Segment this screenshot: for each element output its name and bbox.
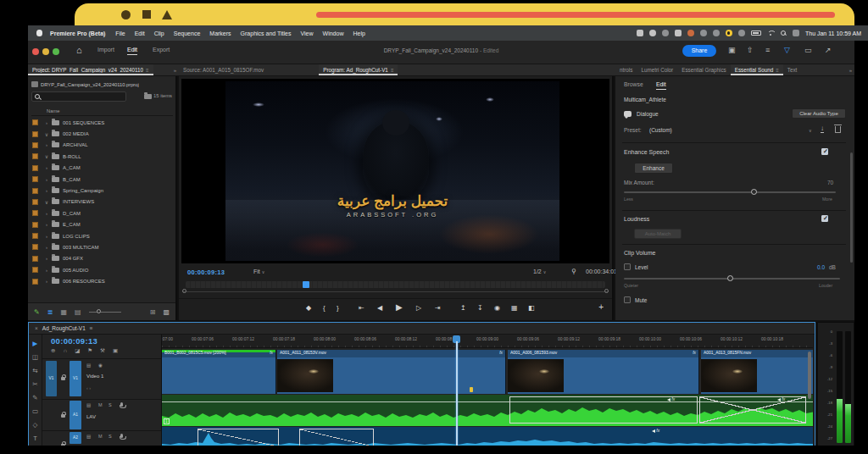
hand-tool[interactable]: ◇	[33, 421, 38, 429]
sound-tab-edit[interactable]: Edit	[656, 81, 666, 90]
sound-tab-browse[interactable]: Browse	[624, 81, 643, 87]
panel-menu-icon[interactable]: ≡	[776, 68, 779, 73]
status-clock-icon[interactable]	[700, 30, 707, 36]
menu-sequence[interactable]: Sequence	[174, 30, 201, 36]
tab-lumetri-color[interactable]: Lumetri Color	[637, 64, 677, 75]
bin-row-b-cam[interactable]: ›B_CAM	[28, 174, 173, 185]
workspace-icon[interactable]: ▣	[728, 46, 736, 54]
panel-menu-icon[interactable]: ≡	[391, 68, 394, 73]
button-editor-add[interactable]: +	[598, 302, 604, 312]
mute-track-icon[interactable]: M	[98, 402, 103, 407]
mark-out-button[interactable]: }	[337, 304, 339, 312]
slider-handle[interactable]	[751, 189, 757, 195]
audio-fade-box[interactable]	[198, 429, 279, 446]
playback-resolution-dropdown[interactable]: 1/2 ∨	[533, 269, 546, 274]
audio-fade-box[interactable]	[699, 396, 806, 424]
pen-tool[interactable]: ✎	[32, 394, 37, 401]
program-monitor-screen[interactable]: تحميل برامج عربية ARABSSOFT .ORG	[181, 79, 609, 263]
status-app-icon[interactable]	[713, 30, 720, 36]
slider-handle[interactable]	[727, 275, 733, 281]
menu-graphics-titles[interactable]: Graphics and Titles	[241, 30, 292, 36]
twirl-icon[interactable]: ›	[42, 222, 52, 227]
new-bin-icon[interactable]: ⊞	[150, 308, 156, 316]
share-button[interactable]: Share	[682, 45, 716, 57]
solo-track-icon[interactable]: S	[108, 434, 112, 439]
tab-effect-controls[interactable]: ntrols	[615, 64, 637, 75]
save-preset-icon[interactable]: ↓	[821, 125, 824, 133]
twirl-icon[interactable]: ∨	[42, 131, 52, 137]
twirl-icon[interactable]: ›	[42, 165, 52, 170]
extract-button[interactable]: ↧	[477, 304, 483, 312]
new-item-icon[interactable]: ▩	[163, 308, 170, 316]
panel-menu-icon[interactable]: ≡	[90, 325, 93, 331]
project-file-row[interactable]: DRYP_Fall_Campaign_v24_20240110.prproj	[31, 80, 173, 89]
status-app-icon[interactable]	[649, 30, 656, 36]
mix-amount-slider[interactable]	[624, 191, 836, 193]
video-clip-b001[interactable]: B001_B002_0815C5.mov [200%] fx	[162, 350, 276, 394]
freeform-view-icon[interactable]: ▤	[75, 308, 81, 316]
type-tool[interactable]: T	[33, 435, 37, 442]
mix-amount-value[interactable]: 70	[827, 180, 833, 185]
video-clip-a013[interactable]: A001_A013_0815FN.mov	[701, 350, 813, 394]
timeline-vertical-scrollbar[interactable]	[808, 352, 811, 399]
preset-value[interactable]: (Custom)	[649, 127, 672, 133]
mute-track-icon[interactable]: M	[98, 434, 103, 439]
battery-icon[interactable]	[751, 30, 761, 36]
sync-lock-icon[interactable]: ▤	[86, 434, 91, 439]
keyframe-nav-arrows[interactable]: ‹ ›	[86, 385, 91, 390]
menubar-app-name[interactable]: Premiere Pro (Beta)	[50, 30, 105, 36]
twirl-icon[interactable]: ›	[42, 256, 52, 261]
menu-clip[interactable]: Clip	[154, 30, 164, 36]
bin-row-002-media[interactable]: ∨002 MEDIA	[28, 128, 173, 139]
twirl-icon[interactable]: ›	[42, 120, 52, 125]
panel-scrollbar[interactable]	[850, 152, 853, 263]
video-clip-a006[interactable]: A001_A006_081593.mov fx	[508, 350, 699, 394]
voiceover-mic-icon[interactable]	[120, 402, 123, 407]
menu-edit[interactable]: Edit	[135, 30, 145, 36]
ripple-edit-tool[interactable]: ⇆	[32, 367, 37, 374]
sequence-settings-icon[interactable]: ⊕	[51, 347, 55, 354]
twirl-icon[interactable]: ∨	[42, 153, 52, 159]
bin-row-spring-campaign[interactable]: ›Spring_Campaign	[28, 185, 173, 196]
twirl-icon[interactable]: ›	[42, 268, 52, 273]
scrubber-end-handle[interactable]	[604, 289, 609, 293]
list-view-icon[interactable]: ≣	[47, 308, 53, 316]
sequence-tab[interactable]: Ad_RoughCut-V1	[42, 325, 86, 331]
twirl-icon[interactable]: ›	[42, 279, 52, 284]
audio-track-a2[interactable]: fx	[162, 427, 813, 446]
bin-row-b-roll[interactable]: ∨B-ROLL	[28, 151, 173, 162]
wifi-icon[interactable]	[767, 30, 775, 36]
comparison-view-button[interactable]: ▦	[511, 304, 518, 312]
menu-markers[interactable]: Markers	[209, 30, 231, 36]
quick-export-icon[interactable]: ⇧	[747, 46, 754, 54]
audio-fade-box[interactable]	[299, 429, 374, 446]
bin-row-004-gfx[interactable]: ›004 GFX	[28, 253, 173, 264]
twirl-icon[interactable]: ∨	[42, 199, 52, 205]
menubar-clock[interactable]: Thu Jan 11 10:59 AM	[805, 30, 861, 36]
mute-checkbox[interactable]	[624, 296, 631, 303]
delete-preset-icon[interactable]	[835, 126, 841, 133]
status-app-icon[interactable]	[662, 30, 669, 36]
lift-button[interactable]: ↥	[460, 304, 466, 312]
project-search-input[interactable]	[31, 91, 126, 102]
level-slider[interactable]	[624, 278, 840, 280]
track-target-a2[interactable]: A2	[70, 432, 81, 444]
source-patch-v1[interactable]: V1	[46, 361, 57, 396]
bin-row-e-cam[interactable]: ›E_CAM	[28, 219, 173, 230]
go-to-out-button[interactable]: ⇥	[435, 304, 441, 312]
icon-view-icon[interactable]: ▦	[60, 308, 67, 316]
tab-essential-sound[interactable]: Essential Sound≡	[731, 64, 783, 75]
mark-in-button[interactable]: {	[323, 304, 326, 312]
tab-essential-graphics[interactable]: Essential Graphics	[677, 64, 731, 75]
column-header-name[interactable]: Name	[31, 107, 173, 116]
monitor-playhead[interactable]	[303, 281, 309, 288]
marker-icon[interactable]: ⚑	[87, 347, 92, 354]
snap-icon[interactable]: ∩	[63, 347, 67, 354]
beta-feedback-icon[interactable]: ▽	[784, 46, 790, 54]
thumbnail-zoom-slider[interactable]	[89, 312, 121, 313]
track-visibility-eye-icon[interactable]: ◉	[98, 363, 103, 368]
preset-dropdown-caret[interactable]: ∨	[809, 128, 812, 133]
menu-help[interactable]: Help	[353, 30, 364, 36]
timeline-settings-wrench-icon[interactable]: ⚒	[100, 347, 105, 354]
clip-marker[interactable]	[470, 387, 473, 392]
